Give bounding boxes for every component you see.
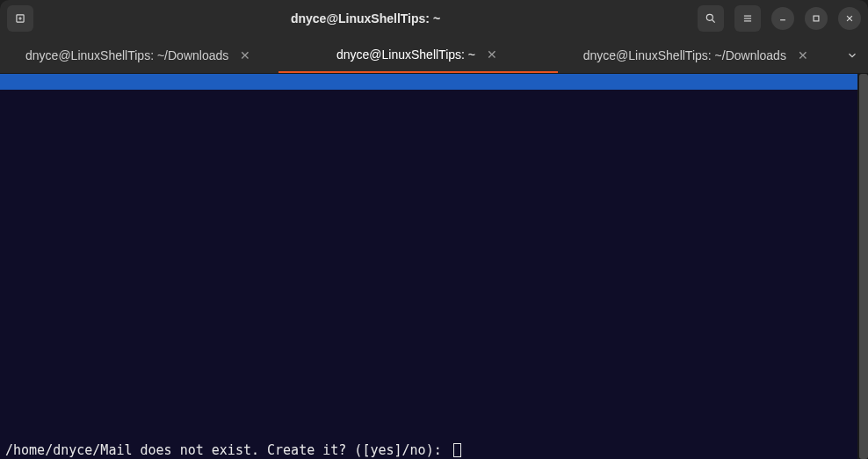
tabbar: dnyce@LinuxShellTips: ~/Downloads ✕ dnyc… xyxy=(0,37,868,74)
tab-close-button[interactable]: ✕ xyxy=(484,47,500,62)
scrollbar-thumb[interactable] xyxy=(859,74,868,459)
search-icon xyxy=(705,12,717,25)
maximize-icon xyxy=(810,12,822,25)
maximize-button[interactable] xyxy=(805,7,828,30)
tab-0[interactable]: dnyce@LinuxShellTips: ~/Downloads ✕ xyxy=(0,37,278,73)
terminal-area: /home/dnyce/Mail does not exist. Create … xyxy=(0,74,868,459)
hamburger-icon xyxy=(741,12,754,25)
prompt-line: /home/dnyce/Mail does not exist. Create … xyxy=(5,441,852,459)
menu-button[interactable] xyxy=(734,5,761,32)
titlebar-right xyxy=(698,5,861,32)
tab-label: dnyce@LinuxShellTips: ~/Downloads xyxy=(583,48,786,62)
window-title: dnyce@LinuxShellTips: ~ xyxy=(33,11,698,26)
chevron-down-icon xyxy=(846,49,858,62)
tab-1[interactable]: dnyce@LinuxShellTips: ~ ✕ xyxy=(278,37,557,73)
tab-label: dnyce@LinuxShellTips: ~ xyxy=(336,47,475,62)
close-icon xyxy=(843,12,856,25)
svg-point-1 xyxy=(706,14,712,20)
search-button[interactable] xyxy=(698,5,724,32)
terminal[interactable]: /home/dnyce/Mail does not exist. Create … xyxy=(0,74,857,459)
new-tab-icon xyxy=(14,12,26,25)
close-button[interactable] xyxy=(838,7,861,30)
cursor xyxy=(453,443,461,457)
tab-close-button[interactable]: ✕ xyxy=(795,47,811,63)
minimize-button[interactable] xyxy=(771,7,794,30)
tab-2[interactable]: dnyce@LinuxShellTips: ~/Downloads ✕ xyxy=(558,37,836,73)
svg-line-2 xyxy=(712,20,715,23)
tab-close-button[interactable]: ✕ xyxy=(237,47,253,63)
tab-dropdown-button[interactable] xyxy=(836,37,868,73)
status-bar xyxy=(0,74,857,90)
svg-rect-7 xyxy=(814,16,819,21)
scrollbar[interactable] xyxy=(857,74,868,459)
prompt-text: /home/dnyce/Mail does not exist. Create … xyxy=(5,442,450,458)
tab-label: dnyce@LinuxShellTips: ~/Downloads xyxy=(25,48,228,62)
new-tab-button[interactable] xyxy=(7,5,33,32)
titlebar: dnyce@LinuxShellTips: ~ xyxy=(0,0,868,37)
minimize-icon xyxy=(777,12,789,25)
titlebar-left xyxy=(7,5,33,32)
